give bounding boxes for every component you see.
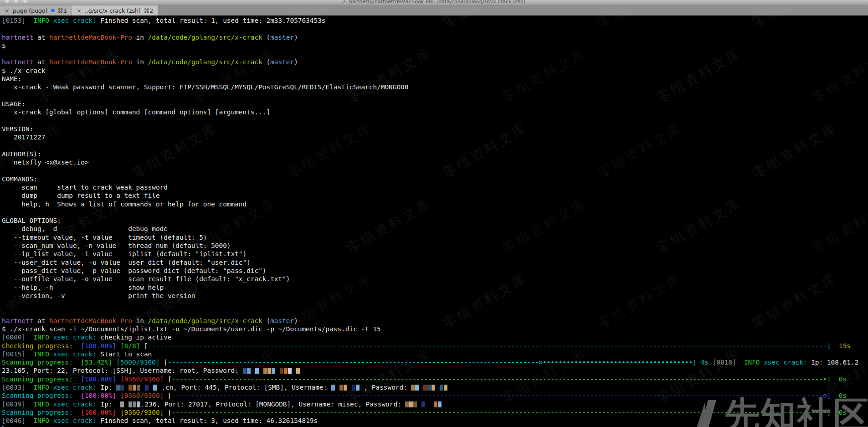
terminal-line: COMMANDS:: [2, 175, 868, 183]
terminal-text-segment: [49, 350, 53, 358]
terminal-text-segment: hartnett: [2, 317, 33, 324]
terminal-line: hartnett at hartnettdeMacBook-Pro in /da…: [2, 33, 868, 41]
terminal-text-segment: /data/code/golang/src/x-crack: [148, 58, 262, 66]
terminal-text-segment: ⊙⌋: [823, 392, 831, 399]
terminal-text-segment: [116, 409, 120, 416]
terminal-line: [0153] INFO xsec crack: Finshed scan, to…: [2, 16, 868, 25]
terminal-text-segment: INFO: [33, 334, 49, 341]
terminal-text-segment: INFO: [744, 359, 760, 366]
terminal-line: [0015] INFO xsec crack: Start to scan: [2, 350, 868, 358]
terminal-line: [0000] INFO xsec crack: checking ip acti…: [2, 333, 868, 341]
terminal-text-segment: xsec crack:: [53, 384, 97, 391]
terminal-text-segment: [100.00%]: [81, 392, 116, 399]
terminal-text-segment: ----------------------------------------…: [172, 376, 823, 383]
terminal-line: [0046] INFO xsec crack: Finshed scan, to…: [2, 417, 868, 425]
terminal-text-segment: INFO: [33, 401, 49, 408]
terminal-line: netxfly <x@xsec.io>: [2, 158, 868, 166]
terminal-text-segment: ⌈: [164, 376, 171, 383]
terminal-text-segment: [116, 342, 120, 350]
terminal-text-segment: [0153]: [2, 17, 26, 24]
terminal-text-segment: checking ip active: [97, 334, 172, 341]
tab-label: ..g/src/x-crack (zsh): [85, 7, 141, 14]
terminal-text-segment: [116, 376, 120, 383]
terminal-line: Scanning progress: [100.00%] [9360/9360]…: [2, 408, 868, 417]
terminal-text-segment: master: [270, 317, 294, 324]
activity-indicator-dot: [51, 9, 55, 12]
terminal-text-segment: (: [262, 317, 270, 324]
terminal-text-segment: ----------------------------------------…: [168, 359, 539, 366]
terminal-text-segment: [760, 359, 764, 366]
terminal-text-segment: ----------------------------------------…: [172, 392, 823, 399]
terminal-text-segment: Finshed scan, total result: 3, used time…: [97, 417, 318, 424]
terminal-line: --version, -v print the version: [2, 292, 868, 300]
terminal-text-segment: Start to scan: [97, 350, 152, 358]
terminal-line: [2, 50, 868, 58]
terminal-line: [2, 208, 868, 216]
tab-x-crack[interactable]: × ..g/src/x-crack (zsh) ⌘2: [72, 5, 158, 15]
terminal-text-segment: Finshed scan, total result: 1, used time…: [97, 17, 326, 24]
terminal-text-segment: ••••••••••••••••••••••••••••••••••••••: [543, 359, 693, 366]
terminal-text-segment: .cn, Port: 445, Protocol: [SMB], Usernam…: [161, 384, 331, 391]
terminal-text-segment: /data/code/golang/src/x-crack: [148, 317, 262, 324]
terminal-text-segment: [26, 334, 33, 341]
terminal-text-segment: Ip:: [97, 401, 120, 408]
terminal-text-segment: [49, 17, 53, 24]
terminal-line: Scanning progress: [100.00%] [9360/9360]…: [2, 391, 868, 400]
terminal-line: $ ./x-crack: [2, 67, 868, 75]
terminal-line: NAME:: [2, 75, 868, 83]
terminal-line: [2, 308, 868, 316]
terminal-text-segment: [100.00%]: [81, 376, 116, 383]
terminal-line: --pass_dict value, -p value password dic…: [2, 267, 868, 275]
terminal-text-segment: [736, 359, 744, 366]
terminal-text-segment: in: [132, 317, 148, 324]
terminal-text-segment: [697, 359, 701, 366]
terminal-line: [2, 92, 868, 100]
terminal-text-segment: 4s: [701, 359, 709, 366]
terminal-text-segment: at: [33, 58, 49, 66]
terminal-line: dump dump result to a text file: [2, 191, 868, 200]
tab-close-icon[interactable]: ×: [77, 8, 82, 14]
terminal-text-segment: , Password:: [360, 384, 411, 391]
terminal-text-segment: INFO: [33, 417, 49, 424]
terminal-text-segment: 0s: [839, 376, 847, 383]
terminal-text-segment: master: [270, 58, 294, 66]
terminal-text-segment: hartnettdeMacBook-Pro: [49, 317, 132, 324]
terminal-line: [2, 117, 868, 125]
tab-close-icon[interactable]: ×: [5, 8, 10, 14]
iterm-window: 2. hartnett@hartnettdeMacBook-Pro: /data…: [0, 0, 868, 427]
terminal-line: AUTHOR(S):: [2, 150, 868, 158]
terminal-text-segment: Scanning progress:: [2, 409, 81, 416]
terminal-text-segment: ⌋: [693, 359, 697, 366]
terminal-text-segment: [709, 359, 713, 366]
tab-pugo[interactable]: × pugo (pugo) ⌘1: [0, 5, 72, 15]
terminal-text-segment: [0018]: [713, 359, 736, 366]
terminal-text-segment: [831, 392, 838, 399]
terminal-text-segment: [116, 392, 120, 399]
terminal-text-segment: [49, 417, 53, 424]
terminal-text-segment: xsec crack:: [53, 334, 97, 341]
terminal-text-segment: [26, 350, 33, 358]
terminal-text-segment: xsec crack:: [53, 417, 97, 424]
terminal-text-segment: 0s: [839, 409, 847, 416]
terminal-line: GLOBAL OPTIONS:: [2, 216, 868, 225]
terminal-text-segment: [0033]: [2, 384, 26, 391]
terminal-line: x-crack - Weak password scanner, Support…: [2, 83, 868, 91]
terminal-line: --user_dict value, -u value user dict (d…: [2, 258, 868, 267]
terminal-line: [2, 166, 868, 175]
terminal-text-segment: [0000]: [2, 334, 26, 341]
terminal-text-segment: •⌋: [823, 376, 831, 383]
terminal-line: USAGE:: [2, 100, 868, 108]
terminal[interactable]: [0153] INFO xsec crack: Finshed scan, to…: [0, 15, 868, 427]
terminal-text-segment: Ip:: [97, 384, 116, 391]
terminal-line: [0039] INFO xsec crack: Ip: .236, Port: …: [2, 400, 868, 408]
terminal-line: [0033] INFO xsec crack: Ip: .cn, Port: 4…: [2, 383, 868, 391]
terminal-text-segment: ⌈: [164, 409, 171, 416]
terminal-text-segment: [26, 384, 33, 391]
terminal-text-segment: ): [294, 34, 298, 41]
terminal-text-segment: (: [262, 34, 270, 41]
terminal-line: $: [2, 41, 868, 50]
terminal-text-segment: hartnett: [2, 58, 33, 66]
terminal-text-segment: [26, 417, 33, 424]
terminal-text-segment: xsec crack:: [53, 401, 97, 408]
terminal-text-segment: ): [294, 58, 298, 66]
